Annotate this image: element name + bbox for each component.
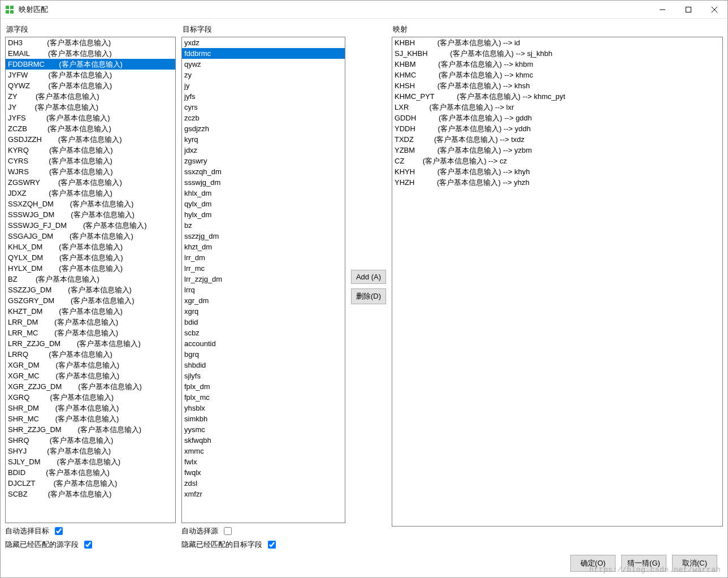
source-list-item[interactable]: LRRQ (客户基本信息输入) — [6, 349, 175, 360]
target-list-item[interactable]: jy — [182, 80, 345, 91]
source-list-item[interactable]: LRR_ZZJG_DM (客户基本信息输入) — [6, 338, 175, 349]
hide-matched-target-check[interactable]: 隐藏已经匹配的目标字段 — [181, 539, 345, 550]
mapping-list-item[interactable]: LXR (客户基本信息输入) --> lxr — [392, 102, 722, 113]
source-list-item[interactable]: SSXZQH_DM (客户基本信息输入) — [6, 199, 175, 209]
mapping-list-item[interactable]: KHBH (客户基本信息输入) --> id — [392, 37, 722, 48]
target-list-item[interactable]: lrr_zzjg_dm — [182, 274, 345, 284]
target-list-item[interactable]: zgswry — [182, 156, 345, 166]
target-list-item[interactable]: fddbrmc — [182, 48, 345, 59]
target-list-item[interactable]: yxdz — [182, 37, 345, 48]
target-list-item[interactable]: cyrs — [182, 102, 345, 113]
source-list-item[interactable]: HYLX_DM (客户基本信息输入) — [6, 263, 175, 274]
source-list-item[interactable]: FDDBRMC (客户基本信息输入) — [6, 59, 175, 70]
mapping-list-item[interactable]: SJ_KHBH (客户基本信息输入) --> sj_khbh — [392, 48, 722, 59]
target-list-item[interactable]: qywz — [182, 59, 345, 70]
mapping-list-item[interactable]: CZ (客户基本信息输入) --> cz — [392, 156, 722, 166]
mapping-list-item[interactable]: KHMC (客户基本信息输入) --> khmc — [392, 70, 722, 80]
maximize-button[interactable] — [675, 1, 701, 18]
source-list-item[interactable]: QYLX_DM (客户基本信息输入) — [6, 252, 175, 263]
mapping-list-item[interactable]: YHZH (客户基本信息输入) --> yhzh — [392, 177, 722, 188]
mapping-list-item[interactable]: KHBM (客户基本信息输入) --> khbm — [392, 59, 722, 70]
source-list-item[interactable]: DJCLZT (客户基本信息输入) — [6, 478, 175, 489]
target-list-item[interactable]: sszzjg_dm — [182, 231, 345, 241]
target-list-item[interactable]: gsdjzzh — [182, 123, 345, 134]
target-list-item[interactable]: qylx_dm — [182, 199, 345, 209]
source-list-item[interactable]: JYFW (客户基本信息输入) — [6, 70, 175, 80]
source-list-item[interactable]: SHR_ZZJG_DM (客户基本信息输入) — [6, 424, 175, 435]
close-button[interactable] — [701, 1, 727, 18]
guess-button[interactable]: 猜一猜(G) — [621, 555, 666, 572]
source-list-item[interactable]: KHZT_DM (客户基本信息输入) — [6, 306, 175, 317]
source-list-item[interactable]: SHRQ (客户基本信息输入) — [6, 435, 175, 446]
target-list-item[interactable]: yhsblx — [182, 403, 345, 413]
source-list-item[interactable]: JDXZ (客户基本信息输入) — [6, 188, 175, 199]
source-list-item[interactable]: SSSWJG_FJ_DM (客户基本信息输入) — [6, 220, 175, 231]
add-button[interactable]: Add (A) — [351, 270, 386, 284]
hide-matched-source-check[interactable]: 隐藏已经匹配的源字段 — [5, 539, 176, 550]
target-list-item[interactable]: xgr_dm — [182, 295, 345, 306]
minimize-button[interactable] — [649, 1, 675, 18]
target-list-item[interactable]: skfwqbh — [182, 435, 345, 446]
source-list-item[interactable]: CYRS (客户基本信息输入) — [6, 156, 175, 166]
target-list-item[interactable]: scbz — [182, 327, 345, 338]
mapping-list-item[interactable]: TXDZ (客户基本信息输入) --> txdz — [392, 134, 722, 145]
source-list-item[interactable]: ZCZB (客户基本信息输入) — [6, 123, 175, 134]
source-list-item[interactable]: KYRQ (客户基本信息输入) — [6, 145, 175, 156]
target-list-item[interactable]: lrr_mc — [182, 263, 345, 274]
source-list-item[interactable]: JYFS (客户基本信息输入) — [6, 113, 175, 123]
source-list-item[interactable]: ZY (客户基本信息输入) — [6, 91, 175, 102]
source-list-item[interactable]: EMAIL (客户基本信息输入) — [6, 48, 175, 59]
source-list-item[interactable]: SHR_MC (客户基本信息输入) — [6, 413, 175, 424]
source-listbox[interactable]: DH3 (客户基本信息输入)EMAIL (客户基本信息输入)FDDBRMC (客… — [5, 37, 176, 523]
source-list-item[interactable]: XGR_MC (客户基本信息输入) — [6, 370, 175, 381]
source-list-item[interactable]: BDID (客户基本信息输入) — [6, 467, 175, 478]
target-listbox[interactable]: yxdzfddbrmcqywzzyjyjyfscyrszczbgsdjzzhky… — [181, 37, 345, 523]
source-list-item[interactable]: QYWZ (客户基本信息输入) — [6, 80, 175, 91]
target-list-item[interactable]: fplx_mc — [182, 392, 345, 403]
target-list-item[interactable]: simkbh — [182, 413, 345, 424]
target-list-item[interactable]: fwqlx — [182, 467, 345, 478]
auto-select-target-checkbox[interactable] — [55, 527, 63, 535]
target-list-item[interactable]: lrr_dm — [182, 252, 345, 263]
mapping-list-item[interactable]: KHMC_PYT (客户基本信息输入) --> khmc_pyt — [392, 91, 722, 102]
source-list-item[interactable]: XGR_ZZJG_DM (客户基本信息输入) — [6, 381, 175, 392]
source-list-item[interactable]: LRR_MC (客户基本信息输入) — [6, 327, 175, 338]
source-list-item[interactable]: XGR_DM (客户基本信息输入) — [6, 360, 175, 370]
source-list-item[interactable]: SHYJ (客户基本信息输入) — [6, 446, 175, 456]
source-list-item[interactable]: SHR_DM (客户基本信息输入) — [6, 403, 175, 413]
hide-matched-target-checkbox[interactable] — [268, 541, 276, 549]
source-list-item[interactable]: SSZZJG_DM (客户基本信息输入) — [6, 284, 175, 295]
target-list-item[interactable]: zdsl — [182, 478, 345, 489]
source-list-item[interactable]: JY (客户基本信息输入) — [6, 102, 175, 113]
target-list-item[interactable]: xgrq — [182, 306, 345, 317]
target-list-item[interactable]: zczb — [182, 113, 345, 123]
source-list-item[interactable]: GSZGRY_DM (客户基本信息输入) — [6, 295, 175, 306]
source-list-item[interactable]: LRR_DM (客户基本信息输入) — [6, 317, 175, 327]
target-list-item[interactable]: ssxzqh_dm — [182, 166, 345, 177]
target-list-item[interactable]: fwlx — [182, 456, 345, 467]
target-list-item[interactable]: jdxz — [182, 145, 345, 156]
mapping-listbox[interactable]: KHBH (客户基本信息输入) --> idSJ_KHBH (客户基本信息输入)… — [392, 37, 723, 527]
source-list-item[interactable]: BZ (客户基本信息输入) — [6, 274, 175, 284]
target-list-item[interactable]: hylx_dm — [182, 209, 345, 220]
mapping-list-item[interactable]: KHYH (客户基本信息输入) --> khyh — [392, 166, 722, 177]
mapping-list-item[interactable]: KHSH (客户基本信息输入) --> khsh — [392, 80, 722, 91]
auto-select-source-check[interactable]: 自动选择源 — [181, 525, 345, 537]
target-list-item[interactable]: accountid — [182, 338, 345, 349]
mapping-list-item[interactable]: GDDH (客户基本信息输入) --> gddh — [392, 113, 722, 123]
target-list-item[interactable]: bgrq — [182, 349, 345, 360]
target-list-item[interactable]: xmmc — [182, 446, 345, 456]
source-list-item[interactable]: SCBZ (客户基本信息输入) — [6, 489, 175, 499]
source-list-item[interactable]: SSSWJG_DM (客户基本信息输入) — [6, 209, 175, 220]
auto-select-source-checkbox[interactable] — [224, 527, 232, 535]
target-list-item[interactable]: kyrq — [182, 134, 345, 145]
target-list-item[interactable]: khlx_dm — [182, 188, 345, 199]
source-list-item[interactable]: KHLX_DM (客户基本信息输入) — [6, 241, 175, 252]
delete-button[interactable]: 删除(D) — [351, 288, 386, 304]
target-list-item[interactable]: shbdid — [182, 360, 345, 370]
source-list-item[interactable]: GSDJZZH (客户基本信息输入) — [6, 134, 175, 145]
mapping-list-item[interactable]: YZBM (客户基本信息输入) --> yzbm — [392, 145, 722, 156]
target-list-item[interactable]: jyfs — [182, 91, 345, 102]
target-list-item[interactable]: sjlyfs — [182, 370, 345, 381]
target-list-item[interactable]: yysmc — [182, 424, 345, 435]
